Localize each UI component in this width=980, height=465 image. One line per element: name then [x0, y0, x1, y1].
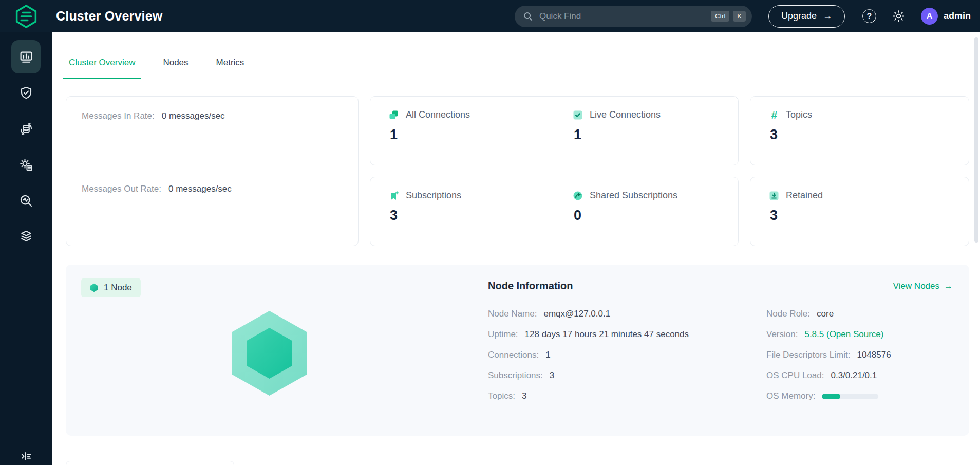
connections-row: Connections: 1 [488, 350, 766, 360]
shortcut-key-ctrl: Ctrl [711, 11, 729, 22]
subscriptions-card: Subscriptions 3 [370, 177, 739, 246]
sidebar-item-diagnose[interactable] [11, 184, 41, 217]
node-info-right-column: Node Role: core Version: 5.8.5 (Open Sou… [766, 309, 953, 412]
gear-icon [892, 9, 906, 23]
uptime-row: Uptime: 128 days 17 hours 21 minutes 47 … [488, 329, 766, 340]
sidebar-item-system[interactable] [11, 220, 41, 253]
messages-out-rate-row: Messages Out Rate: 0 messages/sec [82, 184, 343, 194]
sidebar [0, 32, 52, 465]
messages-in-rate-value: 0 messages/sec [162, 111, 225, 121]
shared-subscriptions-label: Shared Subscriptions [590, 190, 677, 201]
connections-label: Connections: [488, 350, 539, 360]
sidebar-item-management[interactable] [11, 148, 41, 181]
retained-value: 3 [770, 208, 969, 224]
uptime-value: 128 days 17 hours 21 minutes 47 seconds [525, 329, 689, 340]
topics-card: # Topics 3 [750, 96, 969, 165]
connections-value: 1 [545, 350, 550, 360]
emqx-logo[interactable] [0, 5, 52, 28]
shared-subscriptions-icon [573, 191, 583, 201]
subscriptions-count-value: 3 [550, 370, 554, 381]
data-integration-icon [18, 121, 34, 137]
messages-rate-card: Messages In Rate: 0 messages/sec Message… [66, 96, 359, 246]
page-title: Cluster Overview [56, 9, 162, 24]
live-connections-value: 1 [574, 127, 738, 143]
partial-card [66, 461, 234, 465]
connections-card: All Connections 1 Live C [370, 96, 739, 165]
shortcut-key-k: K [733, 11, 746, 22]
topics-value: 3 [770, 127, 969, 143]
tab-cluster-overview[interactable]: Cluster Overview [66, 58, 138, 79]
topics-row: Topics: 3 [488, 391, 766, 401]
main-content: Cluster Overview Nodes Metrics Messages … [52, 32, 980, 465]
file-descriptors-row: File Descriptors Limit: 1048576 [766, 350, 953, 360]
live-connections-label: Live Connections [590, 109, 661, 120]
retained-icon [769, 191, 779, 201]
live-connections-icon [573, 110, 583, 120]
topics-count-label: Topics: [488, 391, 515, 401]
node-info-section: Node Information View Nodes → Node Name:… [488, 280, 953, 412]
quick-find-search[interactable]: Ctrl K [515, 6, 752, 27]
tab-metrics[interactable]: Metrics [213, 58, 248, 79]
upgrade-label: Upgrade [781, 11, 817, 22]
uptime-label: Uptime: [488, 329, 518, 340]
tab-bar: Cluster Overview Nodes Metrics [52, 32, 980, 79]
avatar-initial: A [927, 12, 933, 21]
help-icon[interactable]: ? [862, 9, 876, 23]
topics-label: Topics [786, 109, 812, 120]
system-icon [18, 229, 34, 245]
os-cpu-load-value: 0.3/0.21/0.1 [831, 370, 877, 381]
view-nodes-label: View Nodes [893, 281, 939, 291]
all-connections-label: All Connections [406, 109, 470, 120]
upgrade-button[interactable]: Upgrade → [768, 5, 845, 28]
version-label: Version: [766, 329, 798, 340]
search-input[interactable] [539, 11, 707, 22]
live-connections-stat: Live Connections 1 [554, 97, 738, 165]
node-role-value: core [817, 309, 834, 319]
os-memory-label: OS Memory: [766, 391, 815, 401]
access-control-icon [18, 85, 34, 101]
node-information-panel: 1 Node Node I [66, 265, 969, 436]
subscriptions-label: Subscriptions [406, 190, 461, 201]
hexagon-node-icon [90, 283, 98, 292]
subscriptions-stat: Subscriptions 3 [370, 177, 554, 246]
shared-subscriptions-value: 0 [574, 208, 738, 224]
file-descriptors-value: 1048576 [857, 350, 891, 360]
topics-icon: # [769, 110, 779, 120]
username[interactable]: admin [944, 11, 971, 22]
os-memory-progress-fill [822, 394, 840, 399]
node-info-left-column: Node Name: emqx@127.0.0.1 Uptime: 128 da… [488, 309, 766, 412]
version-value[interactable]: 5.8.5 (Open Source) [804, 329, 883, 340]
sidebar-item-monitoring[interactable] [11, 40, 41, 73]
avatar[interactable]: A [921, 8, 938, 25]
cluster-hexagon-graphic [232, 311, 307, 396]
all-connections-stat: All Connections 1 [370, 97, 554, 165]
node-count-badge: 1 Node [81, 278, 141, 297]
node-role-label: Node Role: [766, 309, 810, 319]
sidebar-item-data-integration[interactable] [11, 112, 41, 145]
subscriptions-count-label: Subscriptions: [488, 370, 543, 381]
help-glyph: ? [867, 12, 872, 21]
search-icon [523, 11, 533, 22]
os-cpu-load-label: OS CPU Load: [766, 370, 824, 381]
tab-nodes[interactable]: Nodes [160, 58, 191, 79]
retained-label: Retained [786, 190, 823, 201]
all-connections-value: 1 [390, 127, 554, 143]
management-icon [18, 157, 34, 173]
messages-in-rate-row: Messages In Rate: 0 messages/sec [82, 111, 343, 121]
topics-count-value: 3 [522, 391, 526, 401]
node-role-row: Node Role: core [766, 309, 953, 319]
settings-button[interactable] [892, 9, 906, 23]
collapse-sidebar-icon[interactable] [20, 450, 33, 463]
vertical-scrollbar[interactable] [974, 37, 978, 243]
node-name-label: Node Name: [488, 309, 537, 319]
sidebar-item-access-control[interactable] [11, 76, 41, 109]
shared-subscriptions-stat: Shared Subscriptions 0 [554, 177, 738, 246]
monitoring-icon [18, 49, 34, 65]
view-nodes-link[interactable]: View Nodes → [893, 281, 953, 291]
node-name-row: Node Name: emqx@127.0.0.1 [488, 309, 766, 319]
subscriptions-row: Subscriptions: 3 [488, 370, 766, 381]
messages-in-rate-label: Messages In Rate: [82, 111, 155, 121]
arrow-right-icon: → [823, 11, 832, 22]
os-cpu-load-row: OS CPU Load: 0.3/0.21/0.1 [766, 370, 953, 381]
sidebar-footer [0, 447, 52, 465]
